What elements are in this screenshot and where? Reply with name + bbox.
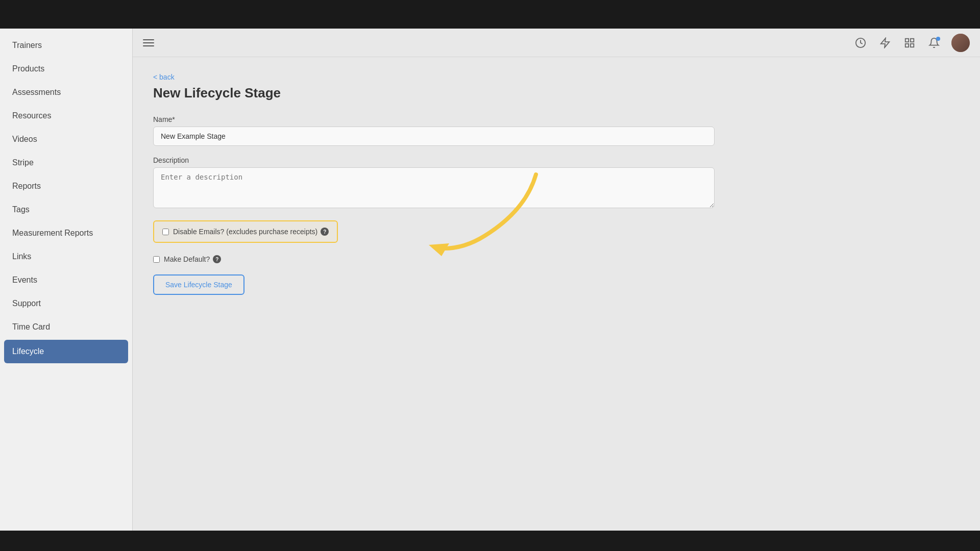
disable-emails-checkbox[interactable] <box>162 229 169 235</box>
sidebar-item-label-resources: Resources <box>12 111 51 120</box>
hamburger-button[interactable] <box>143 39 154 46</box>
sidebar-item-lifecycle[interactable]: Lifecycle <box>4 340 128 363</box>
make-default-help-icon[interactable]: ? <box>213 255 221 263</box>
content-area: < back New Lifecycle Stage Name* Descrip… <box>133 29 980 531</box>
sidebar-item-products[interactable]: Products <box>0 57 132 81</box>
top-nav-right <box>853 34 970 52</box>
name-input[interactable] <box>153 127 715 146</box>
lightning-icon[interactable] <box>878 36 892 50</box>
description-textarea[interactable] <box>153 167 715 208</box>
sidebar-item-label-reports: Reports <box>12 182 41 191</box>
description-field-group: Description <box>153 156 960 210</box>
sidebar-item-label-events: Events <box>12 276 37 285</box>
make-default-group: Make Default? ? <box>153 255 960 263</box>
name-label: Name* <box>153 115 960 123</box>
sidebar-item-tags[interactable]: Tags <box>0 198 132 221</box>
sidebar-item-label-tags: Tags <box>12 205 30 214</box>
svg-rect-3 <box>911 38 914 41</box>
back-link[interactable]: < back <box>153 73 175 81</box>
grid-icon[interactable] <box>902 36 917 50</box>
svg-rect-5 <box>911 43 914 46</box>
sidebar-item-stripe[interactable]: Stripe <box>0 151 132 174</box>
sidebar-item-label-lifecycle: Lifecycle <box>12 347 44 356</box>
sidebar-item-label-support: Support <box>12 299 41 308</box>
page-title: New Lifecycle Stage <box>153 85 960 101</box>
disable-emails-label: Disable Emails? (excludes purchase recei… <box>173 228 329 236</box>
sidebar-item-time-card[interactable]: Time Card <box>0 315 132 339</box>
sidebar: TrainersProductsAssessmentsResourcesVide… <box>0 29 133 531</box>
sidebar-item-label-links: Links <box>12 252 31 261</box>
disable-emails-group: Disable Emails? (excludes purchase recei… <box>153 220 338 243</box>
save-lifecycle-stage-button[interactable]: Save Lifecycle Stage <box>153 274 244 295</box>
sidebar-item-assessments[interactable]: Assessments <box>0 81 132 104</box>
name-field-group: Name* <box>153 115 960 146</box>
page-content: < back New Lifecycle Stage Name* Descrip… <box>133 57 980 310</box>
notification-badge <box>936 37 940 41</box>
sidebar-item-resources[interactable]: Resources <box>0 104 132 128</box>
clock-icon[interactable] <box>853 36 868 50</box>
svg-rect-2 <box>905 38 909 41</box>
sidebar-item-videos[interactable]: Videos <box>0 128 132 151</box>
sidebar-item-label-measurement-reports: Measurement Reports <box>12 229 93 238</box>
sidebar-item-label-assessments: Assessments <box>12 88 61 97</box>
sidebar-item-label-trainers: Trainers <box>12 41 42 50</box>
sidebar-item-support[interactable]: Support <box>0 292 132 315</box>
description-label: Description <box>153 156 960 164</box>
sidebar-item-measurement-reports[interactable]: Measurement Reports <box>0 221 132 245</box>
sidebar-item-links[interactable]: Links <box>0 245 132 268</box>
bell-icon[interactable] <box>927 36 941 50</box>
sidebar-item-trainers[interactable]: Trainers <box>0 34 132 57</box>
top-nav <box>133 29 980 57</box>
sidebar-item-label-videos: Videos <box>12 135 37 144</box>
make-default-label: Make Default? ? <box>164 255 221 263</box>
svg-marker-1 <box>881 38 890 47</box>
svg-rect-4 <box>905 43 909 46</box>
sidebar-item-label-products: Products <box>12 64 44 73</box>
sidebar-item-reports[interactable]: Reports <box>0 174 132 198</box>
sidebar-item-label-time-card: Time Card <box>12 322 50 332</box>
sidebar-item-label-stripe: Stripe <box>12 158 34 167</box>
sidebar-item-events[interactable]: Events <box>0 268 132 292</box>
make-default-checkbox[interactable] <box>153 256 160 263</box>
disable-emails-help-icon[interactable]: ? <box>321 228 329 236</box>
user-avatar[interactable] <box>951 34 970 52</box>
